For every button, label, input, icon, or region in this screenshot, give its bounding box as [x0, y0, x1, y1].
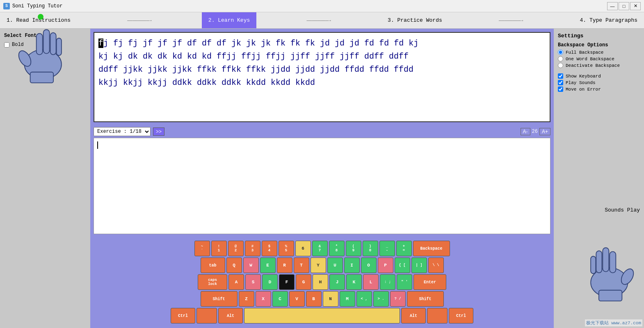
key-n[interactable]: N — [323, 291, 338, 307]
maximize-button[interactable]: □ — [619, 2, 629, 10]
svg-rect-5 — [57, 38, 62, 55]
nav-step-practice[interactable]: 3. Practice Words — [381, 12, 449, 28]
move-on-error-label: Move on Error — [566, 87, 601, 92]
next-exercise-button[interactable]: >> — [153, 128, 164, 136]
radio-full-backspace-input[interactable] — [558, 50, 563, 55]
key-y[interactable]: Y — [311, 257, 326, 273]
move-on-error-checkbox[interactable] — [558, 87, 563, 92]
key-k[interactable]: K — [346, 274, 362, 290]
key-u[interactable]: U — [327, 257, 343, 273]
key-semicolon[interactable]: : ; — [380, 274, 395, 290]
key-equals[interactable]: += — [396, 241, 412, 256]
key-l[interactable]: L — [363, 274, 379, 290]
move-on-error-row: Move on Error — [558, 87, 640, 92]
key-a[interactable]: A — [228, 274, 244, 290]
key-shift-right[interactable]: Shift — [407, 291, 444, 307]
key-win-left[interactable] — [196, 308, 217, 323]
decrease-font-button[interactable]: A- — [521, 128, 530, 135]
key-minus[interactable]: _- — [379, 241, 395, 256]
key-p[interactable]: P — [378, 257, 393, 273]
nav-step-type[interactable]: 4. Type Paragraphs — [573, 12, 644, 28]
main-content: Select Font Bold — [0, 29, 644, 328]
key-bracket-open[interactable]: { [ — [395, 257, 410, 273]
key-capslock[interactable]: capslock — [198, 274, 227, 290]
key-g[interactable]: G — [296, 274, 311, 290]
radio-one-word-input[interactable] — [558, 56, 563, 61]
key-backspace[interactable]: Backspace — [413, 241, 450, 256]
key-backtick[interactable]: ~` — [194, 241, 210, 256]
key-e[interactable]: E — [260, 257, 276, 273]
play-sounds-checkbox[interactable] — [558, 80, 563, 85]
key-period[interactable]: > . — [373, 291, 389, 307]
center-panel: fj fj fj jf jf jf df df df jk jk jk fk f… — [90, 29, 554, 328]
key-t[interactable]: T — [294, 257, 309, 273]
exercise-bar: Exercise : 1/18 >> A- 26 A+ — [90, 125, 554, 138]
radio-one-word: One Word Backspace — [558, 56, 640, 61]
key-r[interactable]: R — [277, 257, 292, 273]
key-3[interactable]: #3 — [245, 241, 260, 256]
key-slash[interactable]: ? / — [390, 291, 406, 307]
key-alt-right[interactable]: Alt — [401, 308, 426, 323]
key-0[interactable]: )0 — [363, 241, 378, 256]
keyboard-area: ~` !1 @2 #3 $4 %5 6 &7 *8 (9 )0 _- += Ba… — [90, 237, 554, 328]
key-j[interactable]: J — [329, 274, 345, 290]
key-6[interactable]: 6 — [295, 241, 311, 256]
key-alt-left[interactable]: Alt — [218, 308, 243, 323]
exercise-select[interactable]: Exercise : 1/18 — [94, 127, 151, 136]
key-d[interactable]: D — [262, 274, 278, 290]
font-size-value: 26 — [532, 129, 538, 134]
radio-deactivate-input[interactable] — [558, 63, 563, 68]
minimize-button[interactable]: — — [607, 2, 618, 10]
key-b[interactable]: B — [306, 291, 322, 307]
key-win-right[interactable] — [427, 308, 448, 323]
key-backslash[interactable]: \ \ — [428, 257, 444, 273]
key-w[interactable]: W — [243, 257, 259, 273]
key-enter[interactable]: Enter — [413, 274, 446, 290]
bold-checkbox[interactable] — [4, 42, 9, 48]
key-8[interactable]: *8 — [329, 241, 345, 256]
sounds-play-label: Sounds Play — [605, 207, 640, 213]
key-2[interactable]: @2 — [228, 241, 244, 256]
radio-deactivate: Deactivate Backspace — [558, 63, 640, 68]
key-5[interactable]: %5 — [279, 241, 294, 256]
key-7[interactable]: &7 — [312, 241, 328, 256]
typing-area[interactable] — [94, 138, 550, 234]
right-panel: Settings Backspace Options Full Backspac… — [554, 29, 644, 328]
key-ctrl-left[interactable]: Ctrl — [171, 308, 195, 323]
key-comma[interactable]: < , — [356, 291, 372, 307]
close-button[interactable]: ✕ — [630, 2, 641, 10]
key-1[interactable]: !1 — [211, 241, 227, 256]
key-x[interactable]: X — [256, 291, 271, 307]
key-f[interactable]: F — [279, 274, 295, 290]
key-c[interactable]: C — [272, 291, 288, 307]
text-display: fj fj fj jf jf jf df df df jk jk jk fk f… — [94, 32, 550, 122]
key-v[interactable]: V — [289, 291, 305, 307]
key-tab[interactable]: tab — [201, 257, 225, 273]
key-shift-left[interactable]: Shift — [201, 291, 238, 307]
svg-rect-13 — [599, 290, 622, 301]
key-i[interactable]: I — [344, 257, 360, 273]
key-q[interactable]: Q — [226, 257, 242, 273]
svg-rect-2 — [37, 34, 43, 55]
window-controls: — □ ✕ — [607, 2, 641, 10]
keyboard-row-5: Ctrl Alt Alt Ctrl — [94, 308, 550, 323]
key-m[interactable]: M — [340, 291, 355, 307]
key-quote[interactable]: " ' — [397, 274, 412, 290]
key-bracket-close[interactable]: | ] — [411, 257, 427, 273]
key-4[interactable]: $4 — [262, 241, 277, 256]
key-9[interactable]: (9 — [346, 241, 361, 256]
key-space[interactable] — [244, 308, 400, 323]
nav-step-learn[interactable]: 2. Learn Keys — [202, 12, 256, 28]
key-z[interactable]: Z — [239, 291, 254, 307]
left-hand-container — [12, 18, 94, 85]
key-ctrl-right[interactable]: Ctrl — [449, 308, 473, 323]
show-keyboard-checkbox[interactable] — [558, 73, 563, 79]
nav-bar: 1. Read Instructions ————————→ 2. Learn … — [0, 12, 644, 29]
key-o[interactable]: O — [361, 257, 377, 273]
increase-font-button[interactable]: A+ — [539, 128, 550, 135]
nav-practice-label: 3. Practice Words — [388, 17, 442, 23]
key-s[interactable]: S — [245, 274, 261, 290]
key-h[interactable]: H — [313, 274, 328, 290]
nav-arrow-1: ————————→ — [77, 18, 202, 23]
keyboard-row-4: Shift Z X C V B N M < , > . ? / Shift — [94, 291, 550, 307]
